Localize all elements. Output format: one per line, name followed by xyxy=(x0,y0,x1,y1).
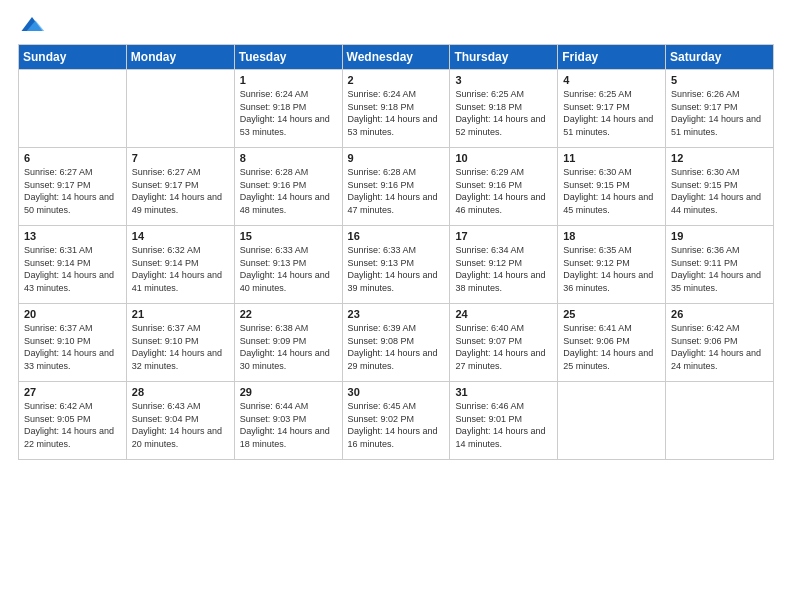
day-number: 12 xyxy=(671,152,768,164)
calendar-header-sunday: Sunday xyxy=(19,45,127,70)
logo xyxy=(18,10,50,38)
calendar-week-0: 1Sunrise: 6:24 AM Sunset: 9:18 PM Daylig… xyxy=(19,70,774,148)
day-number: 26 xyxy=(671,308,768,320)
day-number: 31 xyxy=(455,386,552,398)
calendar-header-monday: Monday xyxy=(126,45,234,70)
day-number: 30 xyxy=(348,386,445,398)
calendar-cell: 22Sunrise: 6:38 AM Sunset: 9:09 PM Dayli… xyxy=(234,304,342,382)
calendar-cell: 11Sunrise: 6:30 AM Sunset: 9:15 PM Dayli… xyxy=(558,148,666,226)
day-number: 17 xyxy=(455,230,552,242)
day-info: Sunrise: 6:32 AM Sunset: 9:14 PM Dayligh… xyxy=(132,244,229,294)
calendar-cell: 13Sunrise: 6:31 AM Sunset: 9:14 PM Dayli… xyxy=(19,226,127,304)
calendar-cell: 31Sunrise: 6:46 AM Sunset: 9:01 PM Dayli… xyxy=(450,382,558,460)
calendar-header-friday: Friday xyxy=(558,45,666,70)
day-number: 11 xyxy=(563,152,660,164)
day-number: 1 xyxy=(240,74,337,86)
calendar-week-3: 20Sunrise: 6:37 AM Sunset: 9:10 PM Dayli… xyxy=(19,304,774,382)
calendar-cell: 5Sunrise: 6:26 AM Sunset: 9:17 PM Daylig… xyxy=(666,70,774,148)
calendar-cell: 7Sunrise: 6:27 AM Sunset: 9:17 PM Daylig… xyxy=(126,148,234,226)
calendar-cell: 1Sunrise: 6:24 AM Sunset: 9:18 PM Daylig… xyxy=(234,70,342,148)
calendar-week-1: 6Sunrise: 6:27 AM Sunset: 9:17 PM Daylig… xyxy=(19,148,774,226)
day-info: Sunrise: 6:37 AM Sunset: 9:10 PM Dayligh… xyxy=(132,322,229,372)
day-number: 29 xyxy=(240,386,337,398)
calendar-cell xyxy=(126,70,234,148)
calendar-week-4: 27Sunrise: 6:42 AM Sunset: 9:05 PM Dayli… xyxy=(19,382,774,460)
calendar-cell xyxy=(558,382,666,460)
calendar-cell xyxy=(19,70,127,148)
header xyxy=(18,10,774,38)
calendar: SundayMondayTuesdayWednesdayThursdayFrid… xyxy=(18,44,774,460)
day-info: Sunrise: 6:31 AM Sunset: 9:14 PM Dayligh… xyxy=(24,244,121,294)
day-info: Sunrise: 6:24 AM Sunset: 9:18 PM Dayligh… xyxy=(348,88,445,138)
logo-icon xyxy=(18,10,46,38)
calendar-week-2: 13Sunrise: 6:31 AM Sunset: 9:14 PM Dayli… xyxy=(19,226,774,304)
day-number: 4 xyxy=(563,74,660,86)
day-number: 9 xyxy=(348,152,445,164)
day-info: Sunrise: 6:46 AM Sunset: 9:01 PM Dayligh… xyxy=(455,400,552,450)
calendar-header-saturday: Saturday xyxy=(666,45,774,70)
day-number: 2 xyxy=(348,74,445,86)
calendar-cell: 30Sunrise: 6:45 AM Sunset: 9:02 PM Dayli… xyxy=(342,382,450,460)
day-number: 6 xyxy=(24,152,121,164)
calendar-cell: 15Sunrise: 6:33 AM Sunset: 9:13 PM Dayli… xyxy=(234,226,342,304)
calendar-cell: 12Sunrise: 6:30 AM Sunset: 9:15 PM Dayli… xyxy=(666,148,774,226)
day-number: 23 xyxy=(348,308,445,320)
day-info: Sunrise: 6:30 AM Sunset: 9:15 PM Dayligh… xyxy=(563,166,660,216)
day-info: Sunrise: 6:42 AM Sunset: 9:05 PM Dayligh… xyxy=(24,400,121,450)
day-number: 15 xyxy=(240,230,337,242)
calendar-cell: 19Sunrise: 6:36 AM Sunset: 9:11 PM Dayli… xyxy=(666,226,774,304)
calendar-cell: 9Sunrise: 6:28 AM Sunset: 9:16 PM Daylig… xyxy=(342,148,450,226)
day-info: Sunrise: 6:27 AM Sunset: 9:17 PM Dayligh… xyxy=(24,166,121,216)
calendar-cell: 16Sunrise: 6:33 AM Sunset: 9:13 PM Dayli… xyxy=(342,226,450,304)
day-info: Sunrise: 6:28 AM Sunset: 9:16 PM Dayligh… xyxy=(348,166,445,216)
calendar-cell: 10Sunrise: 6:29 AM Sunset: 9:16 PM Dayli… xyxy=(450,148,558,226)
day-info: Sunrise: 6:33 AM Sunset: 9:13 PM Dayligh… xyxy=(240,244,337,294)
day-number: 7 xyxy=(132,152,229,164)
calendar-cell: 29Sunrise: 6:44 AM Sunset: 9:03 PM Dayli… xyxy=(234,382,342,460)
day-number: 27 xyxy=(24,386,121,398)
calendar-cell: 4Sunrise: 6:25 AM Sunset: 9:17 PM Daylig… xyxy=(558,70,666,148)
calendar-header-thursday: Thursday xyxy=(450,45,558,70)
day-info: Sunrise: 6:30 AM Sunset: 9:15 PM Dayligh… xyxy=(671,166,768,216)
day-info: Sunrise: 6:41 AM Sunset: 9:06 PM Dayligh… xyxy=(563,322,660,372)
day-info: Sunrise: 6:38 AM Sunset: 9:09 PM Dayligh… xyxy=(240,322,337,372)
day-info: Sunrise: 6:28 AM Sunset: 9:16 PM Dayligh… xyxy=(240,166,337,216)
day-info: Sunrise: 6:43 AM Sunset: 9:04 PM Dayligh… xyxy=(132,400,229,450)
calendar-cell: 8Sunrise: 6:28 AM Sunset: 9:16 PM Daylig… xyxy=(234,148,342,226)
day-number: 25 xyxy=(563,308,660,320)
day-info: Sunrise: 6:39 AM Sunset: 9:08 PM Dayligh… xyxy=(348,322,445,372)
calendar-cell: 14Sunrise: 6:32 AM Sunset: 9:14 PM Dayli… xyxy=(126,226,234,304)
day-number: 14 xyxy=(132,230,229,242)
page: SundayMondayTuesdayWednesdayThursdayFrid… xyxy=(0,0,792,612)
day-info: Sunrise: 6:42 AM Sunset: 9:06 PM Dayligh… xyxy=(671,322,768,372)
calendar-cell: 27Sunrise: 6:42 AM Sunset: 9:05 PM Dayli… xyxy=(19,382,127,460)
day-info: Sunrise: 6:35 AM Sunset: 9:12 PM Dayligh… xyxy=(563,244,660,294)
calendar-cell: 17Sunrise: 6:34 AM Sunset: 9:12 PM Dayli… xyxy=(450,226,558,304)
calendar-cell: 20Sunrise: 6:37 AM Sunset: 9:10 PM Dayli… xyxy=(19,304,127,382)
day-number: 20 xyxy=(24,308,121,320)
calendar-cell: 6Sunrise: 6:27 AM Sunset: 9:17 PM Daylig… xyxy=(19,148,127,226)
day-number: 18 xyxy=(563,230,660,242)
calendar-cell: 23Sunrise: 6:39 AM Sunset: 9:08 PM Dayli… xyxy=(342,304,450,382)
day-number: 24 xyxy=(455,308,552,320)
day-info: Sunrise: 6:24 AM Sunset: 9:18 PM Dayligh… xyxy=(240,88,337,138)
day-number: 8 xyxy=(240,152,337,164)
calendar-header-row: SundayMondayTuesdayWednesdayThursdayFrid… xyxy=(19,45,774,70)
calendar-header-wednesday: Wednesday xyxy=(342,45,450,70)
day-info: Sunrise: 6:25 AM Sunset: 9:18 PM Dayligh… xyxy=(455,88,552,138)
calendar-cell: 2Sunrise: 6:24 AM Sunset: 9:18 PM Daylig… xyxy=(342,70,450,148)
calendar-cell: 21Sunrise: 6:37 AM Sunset: 9:10 PM Dayli… xyxy=(126,304,234,382)
day-info: Sunrise: 6:40 AM Sunset: 9:07 PM Dayligh… xyxy=(455,322,552,372)
day-number: 22 xyxy=(240,308,337,320)
day-info: Sunrise: 6:33 AM Sunset: 9:13 PM Dayligh… xyxy=(348,244,445,294)
calendar-header-tuesday: Tuesday xyxy=(234,45,342,70)
day-info: Sunrise: 6:34 AM Sunset: 9:12 PM Dayligh… xyxy=(455,244,552,294)
day-info: Sunrise: 6:27 AM Sunset: 9:17 PM Dayligh… xyxy=(132,166,229,216)
calendar-cell: 3Sunrise: 6:25 AM Sunset: 9:18 PM Daylig… xyxy=(450,70,558,148)
day-number: 28 xyxy=(132,386,229,398)
day-number: 5 xyxy=(671,74,768,86)
day-info: Sunrise: 6:36 AM Sunset: 9:11 PM Dayligh… xyxy=(671,244,768,294)
day-number: 10 xyxy=(455,152,552,164)
calendar-cell: 25Sunrise: 6:41 AM Sunset: 9:06 PM Dayli… xyxy=(558,304,666,382)
calendar-cell: 28Sunrise: 6:43 AM Sunset: 9:04 PM Dayli… xyxy=(126,382,234,460)
